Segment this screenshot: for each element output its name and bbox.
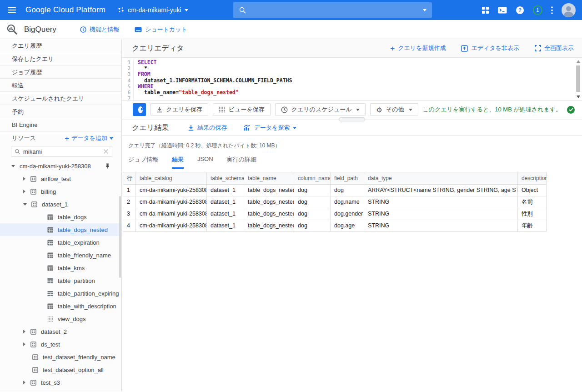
tree-item-label: view_dogs: [58, 316, 85, 322]
compose-new-query-button[interactable]: + クエリを新規作成: [390, 44, 446, 52]
tree-item-table-dogs[interactable]: table_dogs: [0, 211, 121, 223]
tab-json[interactable]: JSON: [197, 156, 213, 169]
sql-keyword: WHERE: [138, 84, 154, 90]
results-tabs: ジョブ情報 結果 JSON 実行の詳細: [122, 150, 582, 169]
tree-item-table-friendly-name[interactable]: table_friendly_name: [0, 249, 121, 261]
scrollbar-thumb[interactable]: [576, 65, 580, 92]
line-number: 1: [122, 60, 134, 65]
search-icon: [239, 6, 246, 14]
schedule-query-button[interactable]: クエリのスケジュール: [275, 103, 366, 116]
tree-item-dataset-billing[interactable]: billing: [0, 185, 121, 198]
chevron-right-icon[interactable]: [23, 381, 25, 384]
add-data-button[interactable]: + データを追加: [65, 134, 113, 142]
tree-item-label: test_s3: [41, 379, 60, 386]
chevron-right-icon[interactable]: [23, 190, 25, 193]
save-results-button[interactable]: 結果の保存: [188, 124, 227, 132]
plus-icon: +: [390, 45, 395, 52]
tree-item-table-with-description[interactable]: table_with_description: [0, 300, 121, 312]
tree-item-test-dataset-friendly-name[interactable]: test_dataset_friendly_name: [0, 351, 121, 363]
chevron-right-icon[interactable]: [23, 330, 25, 333]
table-row[interactable]: 4 cm-da-mikami-yuki-258308 dataset_1 tab…: [123, 220, 546, 231]
fullscreen-button[interactable]: 全画面表示: [535, 44, 574, 52]
line-number: 6: [122, 90, 134, 95]
chevron-right-icon[interactable]: [23, 342, 25, 346]
column-header: field_path: [331, 172, 364, 184]
more-options-button[interactable]: ⚙ その他: [370, 103, 418, 116]
tree-item-test-s3[interactable]: test_s3: [0, 376, 121, 389]
tree-item-dataset-airflow-test[interactable]: airflow_test: [0, 172, 121, 185]
tree-item-table-dogs-nested[interactable]: table_dogs_nested: [0, 223, 121, 236]
explore-data-button[interactable]: データを探索: [243, 124, 296, 132]
run-query-button[interactable]: 実行: [133, 103, 146, 116]
project-selector[interactable]: cm-da-mikami-yuki: [117, 6, 188, 14]
line-number: 4: [122, 78, 134, 84]
chevron-down-icon[interactable]: [11, 165, 15, 167]
notifications-icon[interactable]: 1: [533, 5, 542, 15]
clear-search-icon[interactable]: [103, 149, 109, 154]
resource-search-input[interactable]: [23, 148, 100, 155]
table-row[interactable]: 1 cm-da-mikami-yuki-258308 dataset_1 tab…: [123, 185, 546, 196]
header-search[interactable]: [233, 2, 432, 18]
sidebar-item-transfers[interactable]: 転送: [0, 79, 121, 92]
schedule-query-label: クエリのスケジュール: [291, 106, 352, 114]
cell: dataset_1: [207, 208, 244, 220]
features-info-link[interactable]: 機能と情報: [80, 25, 119, 34]
help-icon[interactable]: ?: [516, 6, 524, 15]
search-scope-caret-icon[interactable]: [423, 9, 426, 11]
sidebar-scrollbar[interactable]: [119, 196, 121, 278]
avatar[interactable]: [562, 3, 576, 17]
scroll-up-icon[interactable]: [577, 60, 580, 63]
shortcuts-link[interactable]: ショートカット: [135, 25, 187, 34]
table-row[interactable]: 3 cm-da-mikami-yuki-258308 dataset_1 tab…: [123, 208, 546, 220]
sidebar-item-scheduled-queries[interactable]: スケジュールされたクエリ: [0, 92, 121, 105]
tree-item-dataset-2[interactable]: dataset_2: [0, 325, 121, 338]
tree-item-ds-test[interactable]: ds_test: [0, 338, 121, 351]
save-view-button[interactable]: ビューを保存: [213, 103, 271, 116]
more-vert-icon[interactable]: [551, 6, 553, 14]
tree-item-label: test_dataset_option_all: [43, 367, 104, 373]
scroll-down-icon[interactable]: [577, 95, 580, 98]
gcp-logo[interactable]: Google Cloud Platform: [25, 5, 105, 15]
tab-job-info[interactable]: ジョブ情報: [128, 156, 158, 169]
tree-item-dataset-1[interactable]: dataset_1: [0, 198, 121, 211]
chevron-right-icon[interactable]: [23, 177, 25, 181]
fullscreen-icon: [535, 45, 541, 51]
whats-new-icon[interactable]: [482, 6, 489, 14]
shortcuts-label: ショートカット: [145, 25, 187, 34]
resources-label: リソース: [12, 134, 36, 142]
hide-editor-icon: [461, 45, 468, 52]
table-row[interactable]: 2 cm-da-mikami-yuki-258308 dataset_1 tab…: [123, 196, 546, 208]
menu-icon[interactable]: [0, 0, 24, 20]
table-icon: [47, 240, 53, 246]
sidebar-item-query-history[interactable]: クエリ履歴: [0, 39, 121, 52]
tab-results[interactable]: 結果: [172, 156, 184, 169]
hide-editor-label: エディタを非表示: [471, 44, 519, 52]
sql-editor[interactable]: 1SELECT 2* 3FROM 4dataset_1.INFORMATION_…: [122, 58, 582, 101]
cloud-shell-icon[interactable]: [498, 7, 507, 14]
chevron-down-icon[interactable]: [23, 203, 27, 206]
table-icon: [47, 252, 53, 258]
dataset-icon: [30, 329, 36, 335]
hide-editor-button[interactable]: エディタを非表示: [461, 44, 519, 52]
tree-item-table-kms[interactable]: table_kms: [0, 261, 121, 274]
plus-icon: +: [65, 135, 69, 142]
sidebar-item-reservations[interactable]: 予約: [0, 105, 121, 118]
partitioned-table-icon: [47, 278, 53, 284]
pin-icon[interactable]: [105, 163, 110, 169]
tree-item-view-dogs[interactable]: view_dogs: [0, 312, 121, 325]
panel-resize-handle[interactable]: [339, 117, 365, 121]
save-query-button[interactable]: クエリを保存: [151, 103, 208, 116]
tab-execution-details[interactable]: 実行の詳細: [227, 156, 256, 169]
tree-item-table-expiration[interactable]: table_expiration: [0, 236, 121, 249]
sidebar-item-saved-queries[interactable]: 保存したクエリ: [0, 52, 121, 65]
tree-item-project[interactable]: cm-da-mikami-yuki-258308: [0, 160, 121, 172]
editor-scrollbar[interactable]: [575, 59, 581, 99]
tree-item-test-dataset-option-all[interactable]: test_dataset_option_all: [0, 363, 121, 376]
tree-item-table-partition[interactable]: table_partition: [0, 274, 121, 287]
resources-header: リソース + データを追加: [0, 131, 121, 145]
features-info-label: 機能と情報: [90, 25, 119, 34]
tree-item-table-partition-expiring[interactable]: table_partition_expiring: [0, 287, 121, 300]
chevron-down-icon: [293, 127, 296, 129]
sidebar-item-bi-engine[interactable]: BI Engine: [0, 118, 121, 131]
sidebar-item-job-history[interactable]: ジョブ履歴: [0, 65, 121, 79]
